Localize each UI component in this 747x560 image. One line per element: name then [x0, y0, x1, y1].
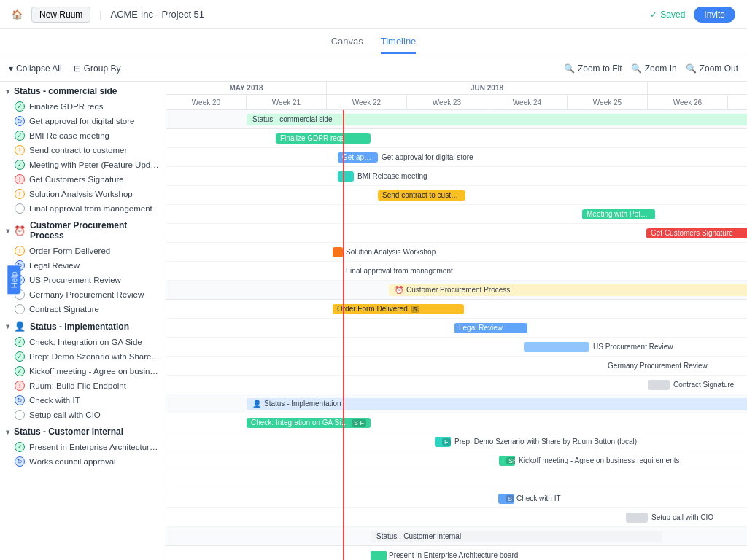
bar-label-digital-store: Get approval for digital store — [382, 153, 473, 161]
implementation-bar: 👤 Status - Implementation — [247, 398, 747, 410]
bar-contract-sig — [648, 380, 670, 390]
zoom-out-icon: 🔍 — [686, 63, 697, 74]
bar-label-us-proc: US Procurement Review — [593, 343, 673, 351]
procurement-bar: ⏰ Customer Procurement Process — [389, 284, 747, 296]
status-dot-empty3 — [15, 304, 25, 314]
bar-label-kickoff: Kickoff meeting - Agree on business requ… — [519, 456, 680, 464]
section-procurement: ⏰ Customer Procurement Process Order For… — [166, 281, 747, 394]
zoom-in-button[interactable]: 🔍 Zoom In — [631, 63, 677, 74]
zoom-to-fit-button[interactable]: 🔍 Zoom to Fit — [564, 63, 622, 74]
status-dot-orange: ! — [15, 145, 25, 155]
group-label-commercial: Status - commercial side — [14, 86, 117, 96]
task-bmi-release: ✓ BMI Release meeting — [0, 128, 166, 143]
project-title: ACME Inc - Project 51 — [110, 9, 641, 20]
task-send-contract: ! Send contract to customer — [0, 143, 166, 158]
row-order-form: Order Form Delivered S — [166, 300, 747, 319]
status-dot-red2: ! — [15, 381, 25, 391]
chevron-icon: ▾ — [6, 88, 9, 96]
chevron-icon4: ▾ — [6, 428, 9, 436]
tab-timeline[interactable]: Timeline — [381, 30, 417, 54]
row-send-contract: Send contract to customer — [166, 186, 747, 205]
bar-demo-szenario: F — [435, 437, 451, 447]
tab-canvas[interactable]: Canvas — [331, 30, 363, 54]
bar-setup-call — [626, 513, 648, 523]
bar-label-check-it: Check with IT — [516, 494, 561, 502]
group-header-implementation[interactable]: ▾ 👤 Status - Implementation — [0, 316, 166, 335]
status-dot-red: ! — [15, 174, 25, 184]
chevron-icon3: ▾ — [6, 322, 9, 330]
month-jun: JUN 2018 — [327, 82, 648, 94]
status-dot-green6: ✓ — [15, 366, 25, 376]
task-setup-call: Setup call with CIO — [0, 408, 166, 422]
gantt-chart: MAY 2018 JUN 2018 JUL 2018 Week 20 Week … — [166, 82, 747, 560]
row-check-it: S Check with IT — [166, 489, 747, 508]
status-dot-green5: ✓ — [15, 351, 25, 362]
tab-bar: Canvas Timeline — [0, 29, 747, 55]
row-us-procurement: US Procurement Review — [166, 338, 747, 357]
status-dot-blue4: ↻ — [15, 395, 25, 405]
week-20: Week 20 — [166, 95, 247, 109]
bar-label-setup: Setup call with CIO — [651, 513, 713, 521]
month-row: MAY 2018 JUN 2018 JUL 2018 — [166, 82, 747, 95]
row-demo-szenario: F Prep: Demo Szenario with Share by Ruum… — [166, 432, 747, 451]
section-commercial-header: Status - commercial side — [166, 110, 747, 129]
group-label-implementation: Status - Implementation — [30, 322, 129, 332]
help-button[interactable]: Help — [7, 266, 20, 295]
row-contract-sig: Contract Signature — [166, 376, 747, 394]
status-dot-empty4 — [15, 410, 25, 420]
task-us-procurement: ↻ US Procurement Review — [0, 273, 166, 287]
week-25: Week 25 — [568, 95, 648, 109]
row-meeting-peter: Meeting with Peter (Feature Update!) — [166, 205, 747, 224]
bar-order-form: Order Form Delivered S — [333, 304, 464, 314]
home-icon[interactable]: 🏠 — [12, 9, 23, 20]
row-enterprise-arch: Present in Enterprise Architecture board — [166, 546, 747, 560]
task-works-council: ↻ Works council approval — [0, 454, 166, 469]
status-dot-empty — [15, 203, 25, 214]
section-commercial: Status - commercial side Finalize GDPR r… — [166, 110, 747, 281]
bar-label-final: Final approval from management — [346, 267, 453, 275]
group-by-button[interactable]: ⊟ Group By — [74, 63, 121, 74]
bar-legal-review: Legal Review — [454, 323, 527, 333]
zoom-in-icon: 🔍 — [631, 63, 642, 74]
row-ga-side: Check: Integration on GA Side S F — [166, 413, 747, 432]
group-by-icon: ⊟ — [74, 63, 81, 74]
group-label-procurement: Customer Procurement Process — [30, 220, 160, 241]
today-line — [343, 109, 344, 560]
status-dot-green2: ✓ — [15, 131, 25, 141]
row-customers-sig: Get Customers Signature — [166, 224, 747, 243]
row-finalize-gdpr: Finalize GDPR reqs — [166, 129, 747, 148]
week-22: Week 22 — [327, 95, 407, 109]
toolbar: ▾ Collapse All ⊟ Group By 🔍 Zoom to Fit … — [0, 55, 747, 82]
row-build-file: F Ruum: Build File Endpoint — [166, 470, 747, 489]
bar-ga-side: Check: Integration on GA Side S F — [247, 418, 371, 428]
section-internal-header: Status - Customer internal — [166, 527, 747, 546]
bar-label-enterprise: Present in Enterprise Architecture board — [389, 551, 518, 559]
bar-label-solution: Solution Analysis Workshop — [346, 248, 436, 256]
bar-label-germany: Germany Procurement Review — [608, 362, 708, 370]
gantt-header: MAY 2018 JUN 2018 JUL 2018 Week 20 Week … — [166, 82, 747, 110]
new-ruum-button[interactable]: New Ruum — [31, 7, 90, 23]
status-dot-green: ✓ — [15, 101, 25, 112]
row-legal-review: Legal Review — [166, 319, 747, 338]
zoom-out-button[interactable]: 🔍 Zoom Out — [686, 63, 738, 74]
week-row: Week 20 Week 21 Week 22 Week 23 Week 24 … — [166, 95, 747, 109]
week-27: Week 27 — [728, 95, 747, 109]
group-header-procurement[interactable]: ▾ ⏰ Customer Procurement Process — [0, 216, 166, 244]
task-contract-signature: Contract Signature — [0, 302, 166, 316]
invite-button[interactable]: Invite — [694, 7, 735, 23]
row-setup-call: Setup call with CIO — [166, 508, 747, 527]
task-solution-analysis: ! Solution Analysis Workshop — [0, 187, 166, 201]
status-dot-green7: ✓ — [15, 442, 25, 452]
task-germany-procurement: Germany Procurement Review — [0, 287, 166, 302]
kickoff-badge: SR — [506, 457, 515, 464]
main-area: ▾ Status - commercial side ✓ Finalize GD… — [0, 82, 747, 560]
row-solution-analysis: Solution Analysis Workshop — [166, 243, 747, 262]
collapse-all-button[interactable]: ▾ Collapse All — [9, 63, 62, 74]
group-header-commercial[interactable]: ▾ Status - commercial side — [0, 82, 166, 99]
toolbar-right: 🔍 Zoom to Fit 🔍 Zoom In 🔍 Zoom Out — [564, 63, 738, 74]
group-header-internal[interactable]: ▾ Status - Customer internal — [0, 422, 166, 440]
internal-bar: Status - Customer internal — [371, 531, 662, 542]
sidebar: ▾ Status - commercial side ✓ Finalize GD… — [0, 82, 166, 560]
topbar: 🏠 New Ruum | ACME Inc - Project 51 ✓ Sav… — [0, 0, 747, 29]
saved-status: ✓ Saved — [650, 9, 685, 20]
